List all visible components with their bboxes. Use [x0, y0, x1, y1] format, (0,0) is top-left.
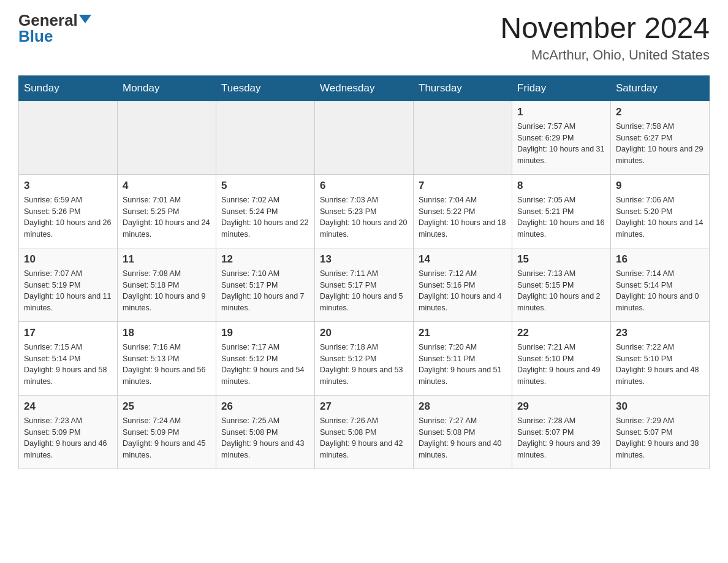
- calendar-header-row: Sunday Monday Tuesday Wednesday Thursday…: [19, 75, 710, 101]
- table-row: 29Sunrise: 7:28 AM Sunset: 5:07 PM Dayli…: [512, 395, 611, 469]
- logo-general: General: [18, 12, 78, 28]
- day-number: 15: [517, 253, 605, 266]
- table-row: 27Sunrise: 7:26 AM Sunset: 5:08 PM Dayli…: [315, 395, 414, 469]
- day-number: 18: [123, 327, 211, 339]
- day-info: Sunrise: 7:10 AM Sunset: 5:17 PM Dayligh…: [221, 268, 309, 314]
- calendar-subtitle: McArthur, Ohio, United States: [500, 47, 710, 63]
- logo-blue: Blue: [18, 28, 53, 44]
- table-row: 20Sunrise: 7:18 AM Sunset: 5:12 PM Dayli…: [315, 321, 414, 395]
- day-info: Sunrise: 7:01 AM Sunset: 5:25 PM Dayligh…: [123, 194, 211, 240]
- table-row: [216, 101, 315, 174]
- table-row: 9Sunrise: 7:06 AM Sunset: 5:20 PM Daylig…: [611, 174, 710, 248]
- table-row: 12Sunrise: 7:10 AM Sunset: 5:17 PM Dayli…: [216, 248, 315, 321]
- header-friday: Friday: [512, 75, 611, 101]
- day-info: Sunrise: 6:59 AM Sunset: 5:26 PM Dayligh…: [24, 194, 112, 240]
- day-info: Sunrise: 7:24 AM Sunset: 5:09 PM Dayligh…: [123, 415, 211, 461]
- day-info: Sunrise: 7:27 AM Sunset: 5:08 PM Dayligh…: [419, 415, 507, 461]
- table-row: [315, 101, 414, 174]
- table-row: 1Sunrise: 7:57 AM Sunset: 6:29 PM Daylig…: [512, 101, 611, 174]
- table-row: 11Sunrise: 7:08 AM Sunset: 5:18 PM Dayli…: [118, 248, 216, 321]
- page-header: General Blue November 2024 McArthur, Ohi…: [18, 12, 710, 63]
- day-number: 17: [24, 327, 112, 339]
- day-info: Sunrise: 7:29 AM Sunset: 5:07 PM Dayligh…: [616, 415, 704, 461]
- table-row: 28Sunrise: 7:27 AM Sunset: 5:08 PM Dayli…: [414, 395, 512, 469]
- day-info: Sunrise: 7:05 AM Sunset: 5:21 PM Dayligh…: [517, 194, 605, 240]
- table-row: 18Sunrise: 7:16 AM Sunset: 5:13 PM Dayli…: [118, 321, 216, 395]
- table-row: 23Sunrise: 7:22 AM Sunset: 5:10 PM Dayli…: [611, 321, 710, 395]
- logo-triangle-icon: [79, 15, 91, 23]
- table-row: 13Sunrise: 7:11 AM Sunset: 5:17 PM Dayli…: [315, 248, 414, 321]
- table-row: 3Sunrise: 6:59 AM Sunset: 5:26 PM Daylig…: [19, 174, 118, 248]
- header-monday: Monday: [118, 75, 216, 101]
- table-row: 10Sunrise: 7:07 AM Sunset: 5:19 PM Dayli…: [19, 248, 118, 321]
- calendar-title: November 2024: [500, 12, 710, 45]
- header-sunday: Sunday: [19, 75, 118, 101]
- day-number: 5: [221, 180, 309, 192]
- day-number: 19: [221, 327, 309, 339]
- day-info: Sunrise: 7:13 AM Sunset: 5:15 PM Dayligh…: [517, 268, 605, 314]
- calendar-week-row: 17Sunrise: 7:15 AM Sunset: 5:14 PM Dayli…: [19, 321, 710, 395]
- day-number: 8: [517, 180, 605, 192]
- header-thursday: Thursday: [414, 75, 512, 101]
- day-number: 6: [320, 180, 408, 192]
- day-info: Sunrise: 7:17 AM Sunset: 5:12 PM Dayligh…: [221, 342, 309, 388]
- table-row: 7Sunrise: 7:04 AM Sunset: 5:22 PM Daylig…: [414, 174, 512, 248]
- title-section: November 2024 McArthur, Ohio, United Sta…: [500, 12, 710, 63]
- day-info: Sunrise: 7:15 AM Sunset: 5:14 PM Dayligh…: [24, 342, 112, 388]
- table-row: 17Sunrise: 7:15 AM Sunset: 5:14 PM Dayli…: [19, 321, 118, 395]
- table-row: 19Sunrise: 7:17 AM Sunset: 5:12 PM Dayli…: [216, 321, 315, 395]
- table-row: 22Sunrise: 7:21 AM Sunset: 5:10 PM Dayli…: [512, 321, 611, 395]
- day-info: Sunrise: 7:22 AM Sunset: 5:10 PM Dayligh…: [616, 342, 704, 388]
- day-number: 22: [517, 327, 605, 339]
- day-number: 13: [320, 253, 408, 266]
- table-row: 26Sunrise: 7:25 AM Sunset: 5:08 PM Dayli…: [216, 395, 315, 469]
- day-number: 24: [24, 400, 112, 413]
- table-row: [19, 101, 118, 174]
- header-tuesday: Tuesday: [216, 75, 315, 101]
- table-row: 14Sunrise: 7:12 AM Sunset: 5:16 PM Dayli…: [414, 248, 512, 321]
- calendar-table: Sunday Monday Tuesday Wednesday Thursday…: [18, 75, 710, 469]
- day-number: 12: [221, 253, 309, 266]
- day-number: 20: [320, 327, 408, 339]
- day-number: 3: [24, 180, 112, 192]
- calendar-week-row: 10Sunrise: 7:07 AM Sunset: 5:19 PM Dayli…: [19, 248, 710, 321]
- table-row: 2Sunrise: 7:58 AM Sunset: 6:27 PM Daylig…: [611, 101, 710, 174]
- day-number: 1: [517, 106, 605, 118]
- table-row: 6Sunrise: 7:03 AM Sunset: 5:23 PM Daylig…: [315, 174, 414, 248]
- day-info: Sunrise: 7:03 AM Sunset: 5:23 PM Dayligh…: [320, 194, 408, 240]
- calendar-week-row: 1Sunrise: 7:57 AM Sunset: 6:29 PM Daylig…: [19, 101, 710, 174]
- table-row: 21Sunrise: 7:20 AM Sunset: 5:11 PM Dayli…: [414, 321, 512, 395]
- day-info: Sunrise: 7:11 AM Sunset: 5:17 PM Dayligh…: [320, 268, 408, 314]
- day-info: Sunrise: 7:28 AM Sunset: 5:07 PM Dayligh…: [517, 415, 605, 461]
- day-info: Sunrise: 7:23 AM Sunset: 5:09 PM Dayligh…: [24, 415, 112, 461]
- day-info: Sunrise: 7:02 AM Sunset: 5:24 PM Dayligh…: [221, 194, 309, 240]
- table-row: [414, 101, 512, 174]
- day-number: 11: [123, 253, 211, 266]
- day-info: Sunrise: 7:21 AM Sunset: 5:10 PM Dayligh…: [517, 342, 605, 388]
- day-info: Sunrise: 7:58 AM Sunset: 6:27 PM Dayligh…: [616, 121, 704, 167]
- day-info: Sunrise: 7:08 AM Sunset: 5:18 PM Dayligh…: [123, 268, 211, 314]
- table-row: 5Sunrise: 7:02 AM Sunset: 5:24 PM Daylig…: [216, 174, 315, 248]
- day-number: 30: [616, 400, 704, 413]
- day-info: Sunrise: 7:07 AM Sunset: 5:19 PM Dayligh…: [24, 268, 112, 314]
- day-info: Sunrise: 7:18 AM Sunset: 5:12 PM Dayligh…: [320, 342, 408, 388]
- day-number: 9: [616, 180, 704, 192]
- day-number: 14: [419, 253, 507, 266]
- day-number: 27: [320, 400, 408, 413]
- day-number: 4: [123, 180, 211, 192]
- day-info: Sunrise: 7:14 AM Sunset: 5:14 PM Dayligh…: [616, 268, 704, 314]
- table-row: 16Sunrise: 7:14 AM Sunset: 5:14 PM Dayli…: [611, 248, 710, 321]
- day-number: 2: [616, 106, 704, 118]
- day-info: Sunrise: 7:26 AM Sunset: 5:08 PM Dayligh…: [320, 415, 408, 461]
- day-info: Sunrise: 7:20 AM Sunset: 5:11 PM Dayligh…: [419, 342, 507, 388]
- day-number: 25: [123, 400, 211, 413]
- header-saturday: Saturday: [611, 75, 710, 101]
- day-number: 16: [616, 253, 704, 266]
- day-number: 29: [517, 400, 605, 413]
- day-info: Sunrise: 7:25 AM Sunset: 5:08 PM Dayligh…: [221, 415, 309, 461]
- logo: General Blue: [18, 12, 91, 44]
- table-row: 25Sunrise: 7:24 AM Sunset: 5:09 PM Dayli…: [118, 395, 216, 469]
- calendar-week-row: 24Sunrise: 7:23 AM Sunset: 5:09 PM Dayli…: [19, 395, 710, 469]
- day-number: 21: [419, 327, 507, 339]
- day-info: Sunrise: 7:57 AM Sunset: 6:29 PM Dayligh…: [517, 121, 605, 167]
